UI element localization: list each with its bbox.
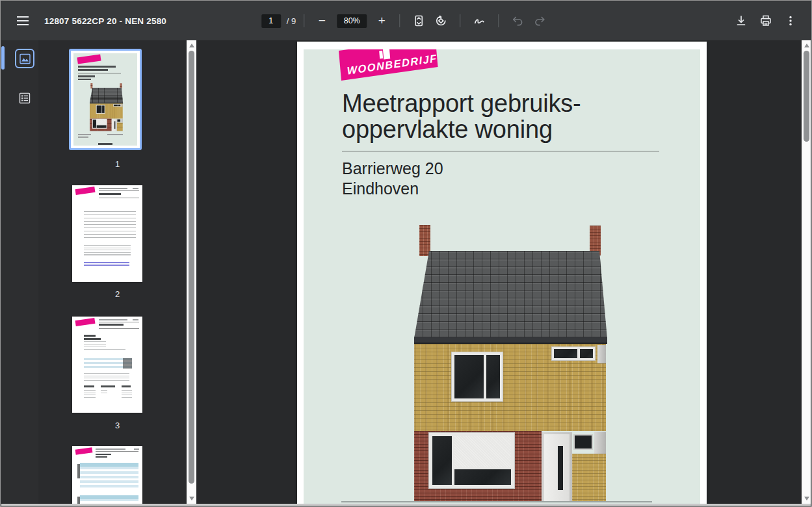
document-outline-icon[interactable]: [15, 88, 34, 108]
footer-column-placeholder: [84, 390, 96, 399]
footer-column-placeholder: [101, 390, 107, 394]
redo-icon[interactable]: [529, 10, 551, 32]
door-side-window: [573, 434, 593, 450]
text-line-placeholder: [78, 79, 91, 81]
address-street: Barrierweg 20: [342, 159, 443, 179]
report-title: Meetrapport gebruiks- oppervlakte woning: [342, 90, 581, 142]
house-render-image: [414, 225, 607, 502]
footer-column-placeholder: [122, 390, 132, 399]
page-number-input[interactable]: [261, 14, 281, 28]
rule-placeholder: [99, 198, 139, 198]
upper-corner-panel: [597, 345, 606, 363]
text-line-placeholder: [78, 136, 88, 138]
rule-placeholder: [99, 322, 139, 322]
thumbnail-page-number: 2: [38, 289, 196, 299]
toolbar-separator: [460, 14, 460, 27]
paragraph-placeholder: [84, 373, 129, 381]
viewer-content: 1 2: [1, 40, 811, 504]
header-line-placeholder: [134, 448, 139, 450]
address-city: Eindhoven: [342, 179, 443, 199]
fit-to-page-icon[interactable]: [408, 10, 430, 32]
scroll-up-arrow[interactable]: [189, 44, 194, 47]
rotate-counterclockwise-icon[interactable]: [430, 10, 452, 32]
header-line-placeholder: [99, 188, 127, 189]
thumbnail-panel-scrollbar[interactable]: [187, 40, 196, 504]
toolbar-center-controls: / 9 − 80% +: [261, 1, 551, 40]
document-scrollbar[interactable]: [802, 40, 811, 504]
thumb2-logo: [75, 187, 96, 195]
thumbnails-view-icon[interactable]: [15, 49, 34, 68]
rule-placeholder: [96, 451, 138, 452]
undo-icon[interactable]: [506, 10, 529, 32]
header-line-placeholder: [133, 319, 138, 320]
thumbnail-page-2[interactable]: [72, 185, 142, 282]
chimney-left: [419, 225, 430, 256]
upper-window: [451, 352, 503, 402]
paragraph-placeholder: [84, 245, 131, 255]
hamburger-menu-icon[interactable]: [12, 10, 34, 32]
text-line-placeholder: [78, 66, 116, 68]
table-placeholder: [80, 499, 138, 504]
text-line-placeholder: [78, 134, 91, 135]
ground-line: [341, 501, 652, 502]
woonbedrijf-logo: SWS WOONBEDRIJF: [339, 49, 438, 81]
scroll-down-arrow[interactable]: [189, 497, 194, 500]
header-line-placeholder: [96, 448, 125, 450]
table-placeholder: [80, 467, 138, 489]
door-corner-panel: [594, 432, 606, 454]
more-vertical-icon[interactable]: [779, 10, 802, 32]
pdf-page-1: SWS WOONBEDRIJF Meetrapport gebruiks- op…: [297, 42, 707, 504]
thumb4-logo: [75, 447, 93, 455]
thumbnail-page-3[interactable]: [72, 317, 142, 413]
document-view-area: SWS WOONBEDRIJF Meetrapport gebruiks- op…: [196, 40, 805, 504]
label-placeholder: [84, 338, 101, 340]
text-line-placeholder: [107, 134, 123, 135]
property-address: Barrierweg 20 Eindhoven: [342, 159, 443, 199]
report-title-line1: Meetrapport gebruiks-: [342, 90, 581, 116]
title-rule: [342, 151, 659, 151]
pdf-viewer-window: 12807 5622CP 20 - NEN 2580 / 9 − 80% +: [0, 0, 812, 507]
report-title-line2: oppervlakte woning: [342, 116, 581, 142]
scroll-up-arrow[interactable]: [804, 44, 809, 47]
rule-placeholder: [99, 190, 139, 191]
link-placeholder: [84, 262, 129, 267]
zoom-out-button[interactable]: −: [312, 10, 332, 32]
zoom-level-display[interactable]: 80%: [337, 14, 367, 28]
title-placeholder: [99, 193, 121, 195]
text-line-placeholder: [78, 69, 108, 71]
roof-eave: [414, 337, 607, 344]
ground-floor-window: [428, 432, 515, 489]
thumb1-house-image: [90, 83, 124, 131]
column-header-placeholder: [101, 385, 115, 387]
header-line-placeholder: [133, 188, 138, 189]
sidebar-view-switcher: [1, 40, 38, 504]
thumbnail-page-number: 1: [38, 159, 196, 169]
scrollbar-thumb[interactable]: [189, 51, 194, 484]
cover-background: SWS WOONBEDRIJF Meetrapport gebruiks- op…: [304, 49, 700, 504]
header-line-placeholder: [99, 319, 127, 320]
thumbnail-page-1[interactable]: [69, 49, 142, 150]
table-side-tab-placeholder: [77, 497, 80, 504]
rule-placeholder: [99, 328, 139, 329]
download-icon[interactable]: [730, 10, 752, 32]
column-header-placeholder: [84, 385, 94, 387]
active-panel-indicator: [1, 46, 5, 70]
pen-annotate-icon[interactable]: [468, 10, 490, 32]
table-values-placeholder: [123, 358, 132, 369]
scrollbar-thumb[interactable]: [804, 51, 809, 142]
scroll-down-arrow[interactable]: [804, 497, 809, 500]
document-title: 12807 5622CP 20 - NEN 2580: [44, 1, 166, 40]
zoom-in-button[interactable]: +: [372, 10, 391, 32]
thumbnail-page-4[interactable]: [72, 446, 142, 504]
toolbar: 12807 5622CP 20 - NEN 2580 / 9 − 80% +: [1, 1, 811, 40]
table-side-tab-placeholder: [77, 464, 80, 478]
print-icon[interactable]: [755, 10, 777, 32]
paragraph-placeholder: [84, 349, 125, 352]
toc-placeholder: [84, 211, 136, 239]
page-count-label: / 9: [287, 16, 296, 26]
thumb1-logo: [77, 55, 101, 64]
front-door: [542, 432, 572, 502]
ground-floor-wall-right: [572, 454, 606, 502]
toolbar-separator: [304, 14, 304, 27]
label-placeholder: [84, 335, 96, 337]
